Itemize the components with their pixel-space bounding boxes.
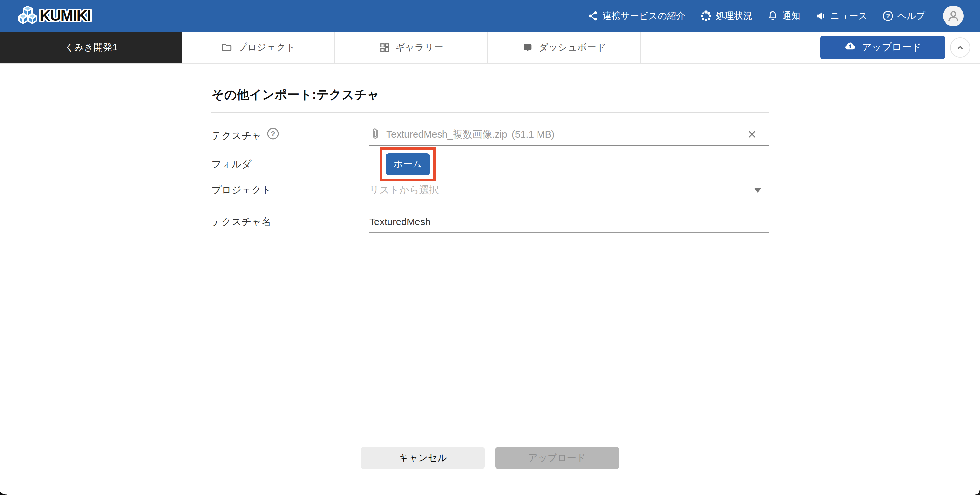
home-folder-button[interactable]: ホーム (385, 153, 430, 175)
window-corner-right (975, 490, 980, 495)
texture-name-field (369, 215, 770, 233)
upload-button-label: アップロード (862, 41, 922, 54)
import-form: その他インポート:テクスチャ テクスチャ ? TexturedMesh_複数画像… (212, 64, 770, 233)
topbar: KUMIKI 連携サービスの紹介 処理状況 (0, 0, 980, 32)
speaker-icon (815, 10, 826, 21)
title-divider (212, 112, 770, 113)
texture-name-label-group: テクスチャ名 (212, 215, 369, 228)
tab-label: ダッシュボード (538, 41, 606, 54)
window-corner-left (0, 485, 6, 495)
attached-file-name: TexturedMesh_複数画像.zip (386, 127, 507, 141)
texture-label-group: テクスチャ ? (212, 127, 369, 143)
attached-file-size: (51.1 MB) (512, 127, 555, 141)
nav-actions: アップロード (820, 32, 980, 63)
svg-text:?: ? (271, 130, 275, 138)
submit-upload-button: アップロード (495, 447, 619, 469)
logo-text: KUMIKI (40, 7, 91, 24)
menu-item-label: 処理状況 (716, 10, 752, 22)
caret-down-icon[interactable] (754, 188, 762, 192)
svg-text:?: ? (886, 13, 890, 19)
form-actions: キャンセル アップロード (0, 447, 980, 469)
folder-row: フォルダ ホーム (212, 148, 770, 181)
project-row: プロジェクト (212, 183, 770, 199)
project-label-group: プロジェクト (212, 183, 369, 197)
tab-dashboard[interactable]: ダッシュボード (488, 32, 641, 63)
texture-file-field: TexturedMesh_複数画像.zip (51.1 MB) (369, 127, 770, 146)
folder-icon (221, 42, 232, 53)
chevron-up-icon (955, 42, 966, 53)
folder-field: ホーム (369, 148, 770, 181)
workspace-tab-label: くみき開発1 (64, 41, 118, 54)
person-icon (946, 8, 961, 24)
upload-button[interactable]: アップロード (820, 36, 945, 59)
paperclip-icon (369, 127, 382, 141)
menu-item-partner-services[interactable]: 連携サービスの紹介 (587, 10, 685, 22)
help-circle-icon[interactable]: ? (267, 127, 279, 143)
texture-file-row: テクスチャ ? TexturedMesh_複数画像.zip (51.1 MB) (212, 127, 770, 146)
workspace-nav: くみき開発1 プロジェクト ギャラリー ダッシュボード (0, 32, 980, 64)
menu-item-label: 連携サービスの紹介 (602, 10, 685, 22)
texture-name-label: テクスチャ名 (212, 215, 271, 228)
menu-item-label: 通知 (782, 10, 800, 22)
help-icon: ? (882, 10, 894, 21)
cloud-upload-icon (844, 40, 857, 55)
folder-label: フォルダ (212, 157, 251, 171)
tab-gallery[interactable]: ギャラリー (335, 32, 488, 63)
menu-item-news[interactable]: ニュース (815, 10, 867, 22)
tab-projects[interactable]: プロジェクト (182, 32, 335, 63)
process-status-icon (700, 10, 712, 22)
menu-item-label: ヘルプ (897, 10, 925, 22)
project-select[interactable] (369, 183, 754, 197)
page-title: その他インポート:テクスチャ (212, 87, 770, 102)
annotation-highlight-box: ホーム (380, 148, 436, 181)
project-label: プロジェクト (212, 183, 271, 197)
texture-name-input[interactable] (369, 215, 770, 228)
user-avatar[interactable] (943, 6, 964, 26)
project-select-field (369, 183, 770, 199)
cancel-button[interactable]: キャンセル (361, 447, 485, 469)
share-icon (587, 10, 598, 21)
tab-label: プロジェクト (237, 41, 296, 54)
menu-item-label: ニュース (830, 10, 867, 22)
texture-label: テクスチャ (212, 129, 262, 143)
kumiki-logo[interactable]: KUMIKI (16, 5, 111, 27)
topbar-menu: 連携サービスの紹介 処理状況 通知 (587, 6, 964, 26)
menu-item-notifications[interactable]: 通知 (767, 10, 800, 22)
folder-label-group: フォルダ (212, 157, 369, 171)
dashboard-icon (522, 42, 533, 53)
close-icon (747, 129, 757, 140)
bell-icon (767, 10, 778, 21)
menu-item-help[interactable]: ? ヘルプ (882, 10, 925, 22)
remove-file-button[interactable] (747, 129, 757, 140)
tab-label: ギャラリー (395, 41, 444, 54)
menu-item-processing-status[interactable]: 処理状況 (700, 10, 752, 22)
tab-workspace[interactable]: くみき開発1 (0, 32, 182, 63)
collapse-header-button[interactable] (950, 37, 970, 57)
gallery-icon (379, 42, 390, 53)
kumiki-cubes-icon: KUMIKI (16, 5, 111, 27)
texture-name-row: テクスチャ名 (212, 215, 770, 233)
